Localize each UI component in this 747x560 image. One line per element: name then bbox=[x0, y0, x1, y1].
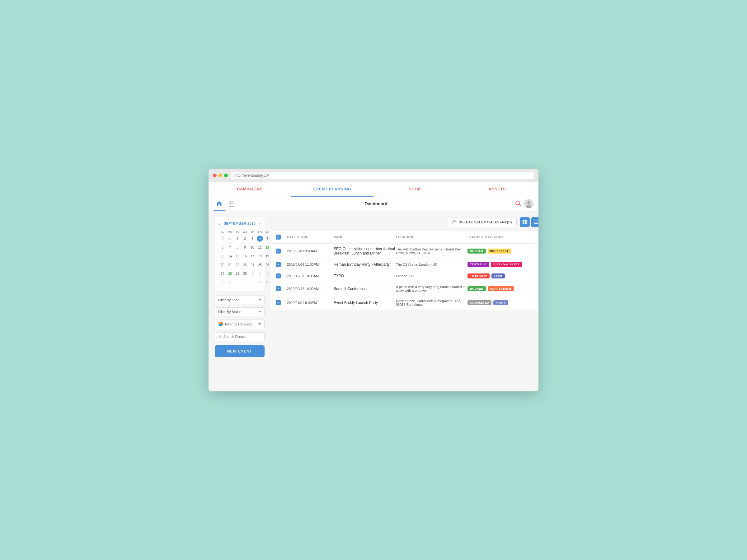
cal-day[interactable]: 4 bbox=[219, 278, 226, 286]
calendar-grid: SU MO TU WE TH FR SA 30 31 bbox=[218, 229, 272, 287]
home-icon[interactable] bbox=[213, 197, 225, 211]
calendar-header: ‹ SEPTEMBER 2020 › bbox=[218, 221, 261, 226]
select-all-checkbox[interactable] bbox=[276, 235, 287, 240]
delete-label: DELETE SELECTED EVENT(S) bbox=[459, 220, 512, 224]
svg-rect-0 bbox=[229, 202, 234, 206]
cal-day[interactable]: 5 bbox=[264, 235, 271, 243]
cal-day[interactable]: 7 bbox=[227, 243, 233, 251]
cell-tags: TENTATIVE BIRTHDAY PARTY bbox=[467, 262, 536, 267]
minimize-button[interactable] bbox=[218, 174, 222, 177]
cal-day[interactable]: 17 bbox=[249, 252, 256, 260]
close-button[interactable] bbox=[213, 174, 216, 177]
calendar-icon[interactable] bbox=[226, 197, 237, 211]
search-button[interactable] bbox=[515, 200, 521, 208]
svg-point-8 bbox=[527, 201, 531, 205]
cal-day[interactable]: 4 bbox=[256, 235, 263, 243]
cell-name: Event Buddy Launch Party bbox=[334, 300, 396, 305]
cal-day[interactable]: 13 bbox=[219, 252, 226, 260]
cal-day[interactable]: 23 bbox=[241, 261, 248, 269]
cal-day[interactable]: 9 bbox=[241, 243, 248, 251]
new-event-button[interactable]: NEW EVENT bbox=[215, 345, 264, 357]
list-view-button[interactable] bbox=[531, 217, 538, 227]
cal-day[interactable]: 19 bbox=[264, 252, 271, 260]
cal-day[interactable]: 10 bbox=[264, 278, 271, 286]
cal-day[interactable]: 20 bbox=[219, 261, 226, 269]
cell-datetime: 2019/03/09 9:00AM bbox=[287, 249, 334, 253]
header-location: LOCATION bbox=[396, 236, 467, 239]
address-bar[interactable]: http://eventbuddy.co/ bbox=[231, 172, 534, 179]
svg-line-6 bbox=[519, 205, 520, 206]
row-checkbox[interactable] bbox=[276, 300, 287, 305]
cal-day[interactable]: 6 bbox=[234, 278, 241, 286]
cal-day[interactable]: 14 bbox=[227, 252, 233, 260]
tab-event-planning[interactable]: EVENT PLANNING bbox=[291, 182, 374, 196]
row-checkbox[interactable] bbox=[276, 273, 287, 278]
svg-rect-21 bbox=[525, 222, 527, 224]
svg-rect-4 bbox=[230, 204, 231, 205]
browser-window: http://eventbuddy.co/ CAMPAIGNS EVENT PL… bbox=[209, 169, 538, 391]
cal-day[interactable]: 16 bbox=[241, 252, 248, 260]
tag-booked: BOOKED bbox=[467, 248, 486, 254]
cal-day[interactable]: 9 bbox=[256, 278, 263, 286]
cell-location: The Ritz-Carlton Key Biscayne, Grand Bay… bbox=[396, 247, 467, 255]
cal-day[interactable]: 27 bbox=[219, 269, 226, 277]
cal-day[interactable]: 8 bbox=[249, 278, 256, 286]
row-checkbox[interactable] bbox=[276, 262, 287, 267]
tag-to-review: TO REVIEW bbox=[467, 273, 490, 278]
table-row: 2019/12/23 10:00AM EXPO London, UK TO RE… bbox=[271, 270, 538, 282]
cal-day[interactable]: 8 bbox=[234, 243, 241, 251]
grid-view-button[interactable] bbox=[520, 217, 530, 227]
filter-lead-select[interactable]: Filter By Lead bbox=[215, 296, 264, 304]
filter-category-button[interactable]: Filter by Category bbox=[215, 319, 264, 329]
cal-day[interactable]: 21 bbox=[227, 261, 233, 269]
tab-campaigns[interactable]: CAMPAIGNS bbox=[209, 182, 291, 196]
cal-prev-button[interactable]: ‹ bbox=[218, 221, 220, 226]
cal-day[interactable]: 30 bbox=[241, 269, 248, 277]
cal-day[interactable]: 29 bbox=[234, 269, 241, 277]
cal-day[interactable]: 3 bbox=[264, 269, 271, 277]
cell-name: Hernan Birthday Party - Afterparty bbox=[334, 262, 396, 267]
cal-day[interactable]: 11 bbox=[256, 243, 263, 251]
delete-selected-button[interactable]: DELETE SELECTED EVENT(S) bbox=[447, 217, 517, 227]
cal-day[interactable]: 31 bbox=[227, 235, 233, 243]
cal-day[interactable]: 6 bbox=[219, 243, 226, 251]
events-table: DATE & TIME NAME LOCATION STATUS & CATEG… bbox=[271, 231, 538, 310]
cal-day[interactable]: 28 bbox=[227, 269, 233, 277]
cal-day[interactable]: 1 bbox=[249, 269, 256, 277]
tag-completed: COMPLETED bbox=[467, 300, 491, 305]
search-events-input[interactable] bbox=[224, 335, 261, 339]
cal-day[interactable]: 10 bbox=[249, 243, 256, 251]
cal-day[interactable]: 26 bbox=[264, 261, 271, 269]
cal-day[interactable]: 12 bbox=[264, 243, 271, 251]
browser-chrome: http://eventbuddy.co/ bbox=[209, 169, 538, 182]
row-checkbox[interactable] bbox=[276, 248, 287, 254]
cell-location: The O2 Arena, London, UK bbox=[396, 263, 467, 266]
svg-rect-19 bbox=[525, 220, 527, 222]
search-events-field[interactable] bbox=[215, 332, 264, 341]
tab-shop[interactable]: SHOP bbox=[374, 182, 456, 196]
sidebar: ‹ SEPTEMBER 2020 › SU MO TU WE TH FR SA bbox=[215, 217, 264, 385]
cal-day[interactable]: 3 bbox=[249, 235, 256, 243]
cal-day[interactable]: 30 bbox=[219, 235, 226, 243]
cal-day[interactable]: 1 bbox=[234, 235, 241, 243]
cal-day[interactable]: 5 bbox=[227, 278, 233, 286]
list-icon bbox=[534, 220, 538, 224]
cal-day[interactable]: 2 bbox=[241, 235, 248, 243]
sub-nav-right bbox=[515, 199, 534, 209]
filter-status-select[interactable]: Filter By Status bbox=[215, 308, 264, 316]
cal-day[interactable]: 7 bbox=[241, 278, 248, 286]
cal-day[interactable]: 25 bbox=[256, 261, 263, 269]
cal-day[interactable]: 2 bbox=[256, 269, 263, 277]
cal-day[interactable]: 22 bbox=[234, 261, 241, 269]
cal-day[interactable]: 15 bbox=[234, 252, 241, 260]
maximize-button[interactable] bbox=[224, 174, 228, 177]
row-checkbox[interactable] bbox=[276, 286, 287, 291]
cal-day[interactable]: 18 bbox=[256, 252, 263, 260]
tab-assets[interactable]: ASSETS bbox=[456, 182, 538, 196]
avatar[interactable] bbox=[524, 199, 534, 209]
toolbar: DELETE SELECTED EVENT(S) bbox=[271, 217, 538, 227]
cell-location: A place with a very very long name situa… bbox=[396, 285, 467, 292]
cal-day[interactable]: 24 bbox=[249, 261, 256, 269]
cal-next-button[interactable]: › bbox=[259, 221, 261, 226]
filter-category-label: Filter by Category bbox=[225, 322, 252, 326]
